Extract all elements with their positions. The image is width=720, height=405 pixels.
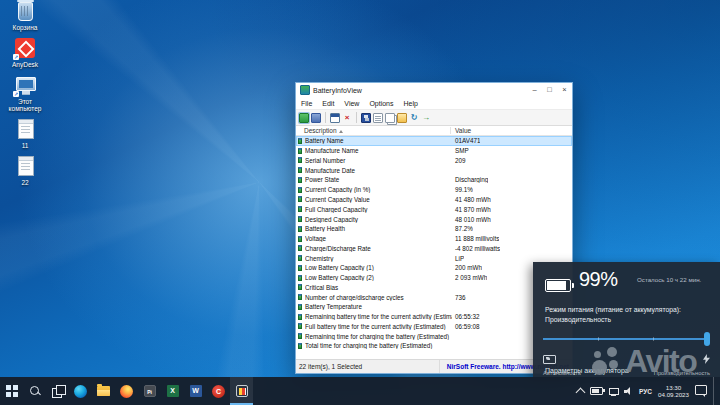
delete-icon[interactable]: × <box>342 113 352 123</box>
desktop-icon-recycle-bin[interactable]: Корзина <box>0 0 50 31</box>
report-icon[interactable] <box>373 113 383 123</box>
row-description: Battery Temperature <box>305 303 452 310</box>
battery-item-icon <box>298 148 302 154</box>
column-divider[interactable] <box>450 127 451 134</box>
slider-knob[interactable] <box>704 332 710 346</box>
language-indicator[interactable]: РУС <box>639 388 652 395</box>
notification-icon <box>695 385 707 395</box>
show-desktop-button[interactable] <box>713 377 717 405</box>
text-file-22-icon <box>14 155 36 177</box>
desktop-icon-anydesk[interactable]: ↗AnyDesk <box>0 37 50 68</box>
anydesk-icon: ↗ <box>14 37 36 59</box>
menu-options[interactable]: Options <box>364 100 398 107</box>
clock[interactable]: 13:30 04.09.2023 <box>658 384 689 398</box>
copy-icon[interactable] <box>385 113 395 123</box>
window-titlebar[interactable]: BatteryInfoView – □ × <box>296 83 572 97</box>
row-description: Remaining battery time for the current a… <box>305 313 452 320</box>
menu-view[interactable]: View <box>339 100 364 107</box>
list-row[interactable]: Remaining battery time for the current a… <box>296 312 572 322</box>
battery-item-icon <box>298 304 302 310</box>
list-row[interactable]: Total time for charging the battery (Est… <box>296 341 572 351</box>
list-row[interactable]: Power StateDischarging <box>296 175 572 185</box>
row-value: 06:59:08 <box>452 323 480 330</box>
list-row[interactable]: Manufacture Date <box>296 165 572 175</box>
row-description: Chemistry <box>305 255 452 262</box>
exit-icon[interactable]: → <box>421 113 431 123</box>
list-row[interactable]: Full battery time for the current activi… <box>296 322 572 332</box>
close-button[interactable]: × <box>557 83 572 97</box>
list-row[interactable]: Battery Temperature <box>296 302 572 312</box>
clock-date: 04.09.2023 <box>658 391 689 398</box>
menu-help[interactable]: Help <box>399 100 423 107</box>
note-glyph <box>18 156 34 176</box>
list-row[interactable]: Number of charge/discharge cycles736 <box>296 292 572 302</box>
battery-item-icon <box>298 236 302 242</box>
taskbar-edge-app[interactable] <box>69 377 92 405</box>
list-row[interactable]: Manufacture NameSMP <box>296 146 572 156</box>
row-description: Serial Number <box>305 157 452 164</box>
slider-track[interactable] <box>543 338 710 340</box>
taskbar-firefox-app[interactable] <box>115 377 138 405</box>
desktop-icon-text-file-22[interactable]: 22 <box>0 155 50 186</box>
menu-edit[interactable]: Edit <box>317 100 339 107</box>
recycle-glyph <box>18 2 33 21</box>
battery-info-list: Battery Name01AV471Manufacture NameSMPSe… <box>296 136 572 359</box>
battery-list-icon[interactable] <box>299 113 309 123</box>
note-glyph <box>18 119 34 139</box>
menu-file[interactable]: File <box>296 100 317 107</box>
battery-log-icon[interactable] <box>311 113 321 123</box>
taskbar-excel-app[interactable]: X <box>161 377 184 405</box>
window-view-icon[interactable] <box>330 113 340 123</box>
battery-item-icon <box>298 138 302 144</box>
taskbar-word-app[interactable]: W <box>184 377 207 405</box>
gray-utility-app-icon: Pi <box>144 385 156 397</box>
tray-battery-button[interactable] <box>590 387 603 395</box>
list-row[interactable]: Charge/Discharge Rate-4 802 milliwatts <box>296 243 572 253</box>
menu-bar: FileEditViewOptionsHelp <box>296 97 572 110</box>
firefox-app-icon <box>120 385 133 398</box>
list-row[interactable]: Current Capacity Value41 480 mWh <box>296 195 572 205</box>
properties-icon[interactable] <box>397 113 407 123</box>
batteryinfoview-window: BatteryInfoView – □ × FileEditViewOption… <box>295 82 573 374</box>
list-row[interactable]: Designed Capacity48 010 mWh <box>296 214 572 224</box>
taskbar-search-button[interactable] <box>23 377 46 405</box>
tray-network-button[interactable] <box>609 387 618 395</box>
list-row[interactable]: Low Battery Capacity (1)200 mWh <box>296 263 572 273</box>
avito-watermark-text: Avito <box>625 341 696 381</box>
list-row[interactable]: Voltage11 888 millivolts <box>296 234 572 244</box>
avito-watermark: Avito <box>592 341 696 381</box>
list-row[interactable]: Critical Bias <box>296 282 572 292</box>
column-value[interactable]: Value <box>450 127 471 134</box>
list-row[interactable]: Battery Name01AV471 <box>296 136 572 146</box>
list-row[interactable]: ChemistryLiP <box>296 253 572 263</box>
shortcut-arrow-icon: ↗ <box>13 54 19 60</box>
list-row[interactable]: Battery Health87.2% <box>296 224 572 234</box>
column-description[interactable]: Description <box>296 127 450 134</box>
taskbar-batteryinfoview-app[interactable] <box>230 377 253 405</box>
list-row[interactable]: Full Charged Capacity41 870 mWh <box>296 204 572 214</box>
taskbar-task-view-button[interactable] <box>46 377 69 405</box>
action-center-button[interactable] <box>695 387 707 395</box>
power-mode-caption: Режим питания (питание от аккумулятора): <box>545 306 681 313</box>
taskbar-start-button[interactable] <box>0 377 23 405</box>
list-row[interactable]: Low Battery Capacity (2)2 093 mWh <box>296 273 572 283</box>
list-row[interactable]: Serial Number209 <box>296 156 572 166</box>
maximize-button[interactable]: □ <box>542 83 557 97</box>
desktop-icon-text-file-11[interactable]: 11 <box>0 118 50 149</box>
desktop-icon-this-pc[interactable]: ↗Этот компьютер <box>0 74 50 112</box>
row-description: Low Battery Capacity (1) <box>305 264 452 271</box>
toolbar-separator <box>325 112 326 123</box>
battery-item-icon <box>298 265 302 271</box>
tray-overflow-button[interactable] <box>577 386 584 396</box>
refresh-icon[interactable]: ↻ <box>409 113 419 123</box>
taskbar-ccleaner-app[interactable]: C <box>207 377 230 405</box>
tray-volume-button[interactable] <box>624 387 633 396</box>
save-icon[interactable] <box>361 113 371 123</box>
taskbar-gray-utility-app[interactable]: Pi <box>138 377 161 405</box>
list-row[interactable]: Remaining time for charging the battery … <box>296 331 572 341</box>
taskbar-file-explorer-app[interactable] <box>92 377 115 405</box>
row-value: 48 010 mWh <box>452 216 491 223</box>
minimize-button[interactable]: – <box>527 83 542 97</box>
list-row[interactable]: Current Capacity (in %)99.1% <box>296 185 572 195</box>
row-value: 2 093 mWh <box>452 274 487 281</box>
